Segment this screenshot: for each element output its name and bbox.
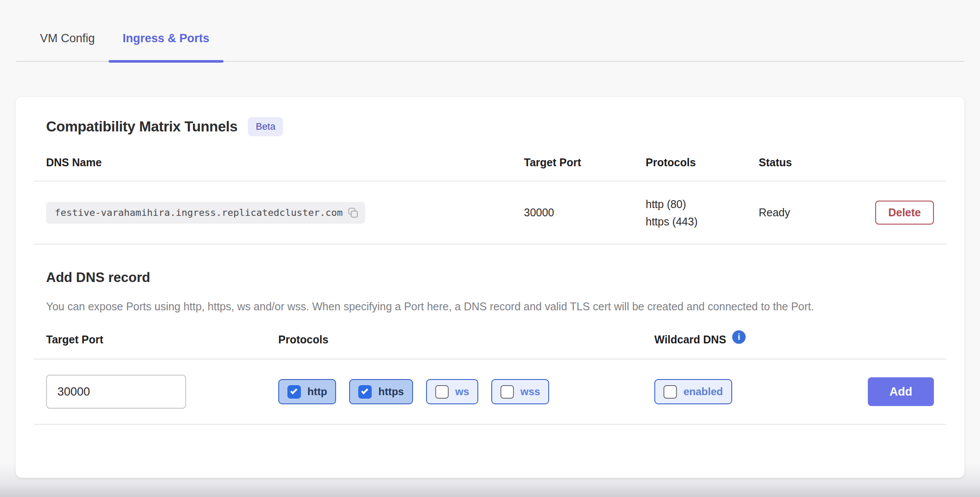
tab-ingress-ports[interactable]: Ingress & Ports (109, 32, 223, 61)
protocol-line-https: https (443) (646, 213, 759, 230)
status-cell: Ready (759, 206, 865, 219)
tab-bar: VM Config Ingress & Ports (16, 0, 964, 62)
dns-name-pill: festive-varahamihira.ingress.replicatedc… (46, 202, 365, 224)
protocol-option-label: http (307, 386, 327, 398)
wildcard-dns-label: Wildcard DNS (654, 333, 726, 346)
target-port-field-wrap (46, 375, 278, 409)
form-label-actions (865, 333, 934, 347)
protocol-options: http https ws wss (278, 379, 654, 404)
protocol-option-label: https (378, 386, 404, 398)
form-label-target-port: Target Port (46, 333, 278, 347)
col-header-dns-name: DNS Name (46, 156, 524, 169)
protocol-checkbox-https[interactable]: https (349, 379, 413, 404)
checkbox-icon (663, 385, 677, 399)
info-icon[interactable]: i (732, 330, 746, 344)
col-header-actions (865, 156, 934, 169)
copy-icon[interactable] (347, 207, 359, 219)
checkbox-icon (287, 385, 301, 399)
add-dns-heading: Add DNS record (46, 270, 934, 285)
protocol-checkbox-wss[interactable]: wss (491, 379, 549, 404)
checkbox-icon (500, 385, 514, 399)
protocol-line-http: http (80) (646, 195, 759, 213)
protocols-cell: http (80) https (443) (646, 195, 759, 230)
form-label-wildcard-dns: Wildcard DNS i (654, 333, 865, 347)
delete-button[interactable]: Delete (875, 201, 934, 225)
add-dns-description: You can expose Ports using http, https, … (46, 298, 916, 315)
add-dns-form-row: http https ws wss (34, 359, 946, 425)
tunnels-panel: Compatibility Matrix Tunnels Beta DNS Na… (16, 97, 964, 478)
panel-header: Compatibility Matrix Tunnels Beta (34, 97, 946, 136)
target-port-cell: 30000 (524, 206, 646, 219)
wildcard-option-wrap: enabled (654, 379, 865, 404)
page-title: Compatibility Matrix Tunnels (46, 118, 237, 135)
dns-name-value: festive-varahamihira.ingress.replicatedc… (55, 207, 343, 218)
add-button[interactable]: Add (868, 377, 934, 406)
target-port-input[interactable] (46, 375, 186, 409)
form-label-protocols: Protocols (278, 333, 654, 347)
checkbox-icon (435, 385, 449, 399)
check-icon (290, 387, 297, 394)
add-dns-form-header: Target Port Protocols Wildcard DNS i (34, 333, 946, 359)
protocol-checkbox-http[interactable]: http (278, 379, 336, 404)
tunnels-table-header: DNS Name Target Port Protocols Status (34, 156, 946, 181)
beta-badge: Beta (248, 117, 283, 136)
wildcard-enabled-checkbox[interactable]: enabled (654, 379, 732, 404)
checkbox-icon (358, 385, 372, 399)
protocol-checkbox-ws[interactable]: ws (426, 379, 478, 404)
protocol-option-label: ws (455, 386, 469, 398)
tab-vm-config[interactable]: VM Config (26, 32, 109, 61)
dns-name-cell: festive-varahamihira.ingress.replicatedc… (46, 202, 524, 224)
col-header-status: Status (759, 156, 865, 169)
col-header-protocols: Protocols (646, 156, 759, 169)
check-icon (361, 387, 368, 394)
table-row: festive-varahamihira.ingress.replicatedc… (34, 181, 946, 245)
wildcard-option-label: enabled (683, 386, 723, 398)
col-header-target-port: Target Port (524, 156, 646, 169)
protocol-option-label: wss (520, 386, 540, 398)
